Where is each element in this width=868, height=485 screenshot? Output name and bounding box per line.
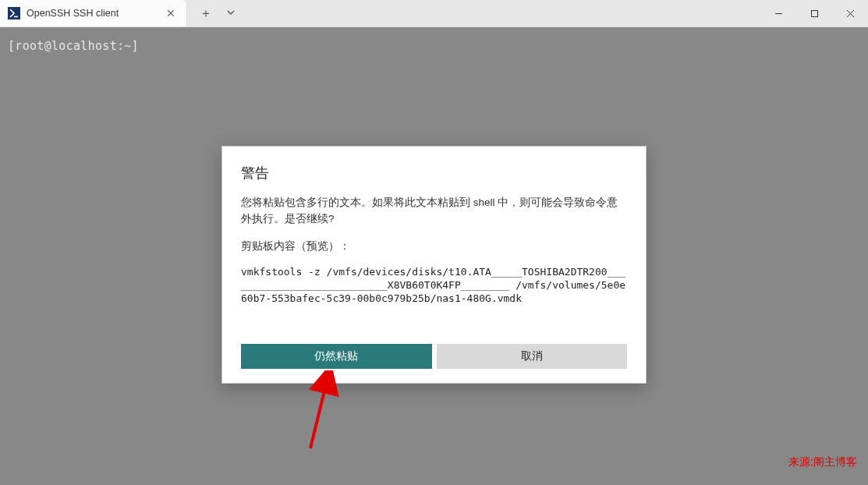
paste-warning-dialog: 警告 您将粘贴包含多行的文本。如果将此文本粘贴到 shell 中，则可能会导致命… [221,146,647,384]
cancel-button[interactable]: 取消 [437,344,628,369]
window-buttons [760,0,868,27]
dialog-warning-text: 您将粘贴包含多行的文本。如果将此文本粘贴到 shell 中，则可能会导致命令意外… [241,195,627,228]
minimize-button[interactable] [760,0,796,27]
tab-actions: ＋ [187,0,248,27]
close-button[interactable] [832,0,868,27]
dialog-actions: 仍然粘贴 取消 [241,344,627,369]
dialog-body: 您将粘贴包含多行的文本。如果将此文本粘贴到 shell 中，则可能会导致命令意外… [241,195,627,305]
titlebar: OpenSSH SSH client ✕ ＋ [0,0,868,27]
tab-ssh[interactable]: OpenSSH SSH client ✕ [0,0,187,27]
shell-prompt: [root@localhost:~] [8,39,139,53]
maximize-button[interactable] [796,0,832,27]
powershell-icon [8,7,20,19]
terminal[interactable]: [root@localhost:~] 警告 您将粘贴包含多行的文本。如果将此文本… [0,27,868,485]
paste-anyway-button[interactable]: 仍然粘贴 [241,344,432,369]
dialog-title: 警告 [241,164,627,182]
tab-dropdown-button[interactable] [223,5,239,23]
watermark-text: 来源:阁主博客 [788,455,857,469]
svg-line-5 [310,378,328,448]
clipboard-preview-label: 剪贴板内容（预览）： [241,239,627,255]
svg-rect-2 [811,10,817,16]
clipboard-preview-text: vmkfstools -z /vmfs/devices/disks/t10.AT… [241,266,627,306]
tab-close-button[interactable]: ✕ [163,7,179,19]
tab-title: OpenSSH SSH client [27,8,157,19]
new-tab-button[interactable]: ＋ [197,2,215,25]
